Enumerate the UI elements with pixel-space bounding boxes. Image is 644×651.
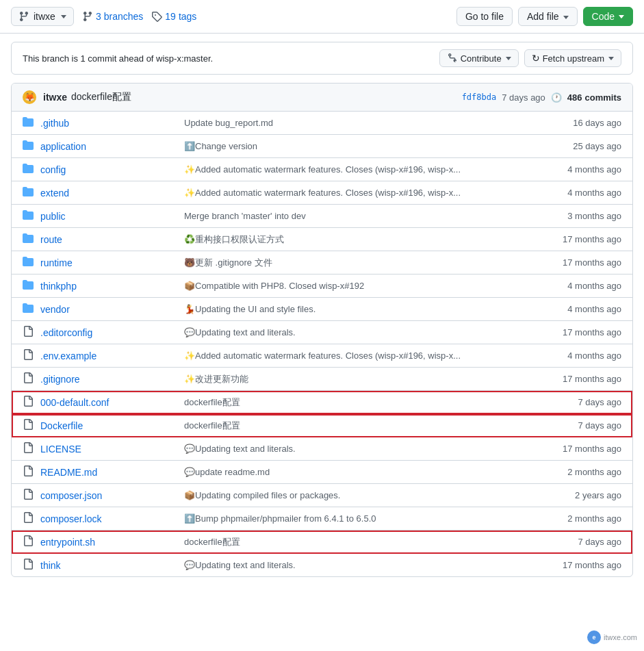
commits-count-link[interactable]: 486 commits	[567, 92, 621, 103]
folder-name[interactable]: thinkphp	[40, 281, 177, 292]
branch-icon	[18, 11, 29, 22]
file-age: 17 months ago	[539, 444, 621, 454]
tags-link[interactable]: 19 tags	[151, 11, 196, 22]
table-row: .editorconfig💬Updating text and literals…	[12, 321, 632, 344]
tags-label: tags	[179, 11, 196, 22]
file-name[interactable]: think	[40, 560, 177, 571]
commits-label: commits	[585, 92, 621, 103]
tag-icon	[151, 11, 162, 22]
commit-age: 7 days ago	[502, 92, 545, 103]
file-age: 7 days ago	[539, 420, 621, 431]
add-file-button[interactable]: Add file	[518, 7, 578, 26]
table-row: vendor💃Updating the UI and style files.4…	[12, 298, 632, 321]
file-commit-message: ⬆️Change version	[184, 141, 532, 151]
file-name[interactable]: .env.example	[40, 350, 177, 361]
file-age: 3 months ago	[539, 211, 621, 221]
file-icon	[23, 535, 34, 548]
file-age: 4 months ago	[539, 304, 621, 314]
table-row: runtime🐻更新 .gitignore 文件17 months ago	[12, 251, 632, 275]
contribute-button[interactable]: Contribute	[439, 49, 519, 67]
branches-label: branches	[104, 11, 144, 22]
fetch-chevron	[608, 57, 614, 60]
file-name[interactable]: composer.json	[40, 490, 177, 501]
file-commit-message: ✨Added automatic watermark features. Clo…	[184, 164, 532, 175]
folder-name[interactable]: runtime	[40, 257, 177, 268]
commit-meta: itwxe dockerfile配置	[43, 91, 455, 103]
file-icon	[23, 349, 34, 362]
file-age: 2 months ago	[539, 513, 621, 524]
table-row: entrypoint.shdockerfile配置7 days ago	[12, 531, 632, 554]
topbar-right: Go to file Add file Code	[456, 7, 633, 26]
table-row: extend✨Added automatic watermark feature…	[12, 181, 632, 205]
folder-name[interactable]: public	[40, 211, 177, 222]
add-file-label: Add file	[527, 11, 559, 22]
file-commit-message: 💬update readme.md	[184, 467, 532, 477]
fetch-upstream-button[interactable]: ↻ Fetch upstream	[524, 49, 621, 67]
file-age: 25 days ago	[539, 141, 621, 151]
file-icon	[23, 396, 34, 409]
fetch-upstream-label: Fetch upstream	[543, 53, 604, 64]
folder-icon	[23, 256, 34, 269]
file-age: 17 months ago	[539, 257, 621, 268]
file-name[interactable]: composer.lock	[40, 513, 177, 524]
file-age: 17 months ago	[539, 560, 621, 570]
file-age: 7 days ago	[539, 397, 621, 407]
file-icon	[23, 442, 34, 455]
table-row: think💬Updating text and literals.17 mont…	[12, 554, 632, 576]
commit-author[interactable]: itwxe	[43, 92, 67, 103]
commit-hash[interactable]: fdf8bda	[462, 92, 497, 102]
code-button[interactable]: Code	[583, 7, 633, 26]
folder-name[interactable]: .github	[40, 118, 177, 129]
table-row: .env.example✨Added automatic watermark f…	[12, 344, 632, 368]
folder-icon	[23, 140, 34, 153]
table-row: Dockerfiledockerfile配置7 days ago	[12, 414, 632, 437]
file-commit-message: dockerfile配置	[184, 536, 532, 548]
table-row: .gitignore✨改进更新功能17 months ago	[12, 368, 632, 391]
file-commit-message: dockerfile配置	[184, 396, 532, 409]
contribute-label: Contribute	[461, 53, 502, 64]
topbar-left: itwxe 3 branches 19 tags	[11, 7, 196, 26]
folder-icon	[23, 116, 34, 129]
file-icon	[23, 489, 34, 502]
folder-icon	[23, 303, 34, 316]
folder-name[interactable]: config	[40, 164, 177, 175]
file-icon	[23, 559, 34, 572]
file-name[interactable]: Dockerfile	[40, 420, 177, 431]
fetch-icon: ↻	[532, 53, 540, 64]
branches-link[interactable]: 3 branches	[82, 11, 143, 22]
file-commit-message: dockerfile配置	[184, 420, 532, 432]
file-age: 16 days ago	[539, 118, 621, 128]
file-age: 4 months ago	[539, 350, 621, 361]
file-icon	[23, 512, 34, 525]
file-name[interactable]: LICENSE	[40, 444, 177, 455]
commits-count: 486	[567, 92, 582, 103]
file-commit-message: 💬Updating text and literals.	[184, 560, 532, 570]
table-row: publicMerge branch 'master' into dev3 mo…	[12, 205, 632, 228]
file-name[interactable]: .gitignore	[40, 374, 177, 385]
file-age: 4 months ago	[539, 281, 621, 291]
branch-selector[interactable]: itwxe	[11, 7, 74, 26]
file-name[interactable]: README.md	[40, 467, 177, 478]
folder-icon	[23, 209, 34, 222]
table-row: config✨Added automatic watermark feature…	[12, 158, 632, 181]
folder-name[interactable]: application	[40, 141, 177, 152]
file-icon	[23, 372, 34, 385]
folder-name[interactable]: vendor	[40, 304, 177, 315]
file-commit-message: ✨Added automatic watermark features. Clo…	[184, 188, 532, 198]
file-rows-container: .githubUpdate bug_report.md16 days agoap…	[12, 112, 632, 576]
file-commit-message: 💬Updating text and literals.	[184, 444, 532, 454]
file-name[interactable]: entrypoint.sh	[40, 537, 177, 548]
folder-name[interactable]: extend	[40, 188, 177, 199]
file-name[interactable]: 000-default.conf	[40, 397, 177, 408]
folder-name[interactable]: route	[40, 234, 177, 245]
file-commit-message: 🐻更新 .gitignore 文件	[184, 257, 532, 269]
file-age: 17 months ago	[539, 374, 621, 384]
file-age: 2 years ago	[539, 490, 621, 500]
repository-topbar: itwxe 3 branches 19 tags Go to file Add …	[0, 0, 644, 34]
file-age: 17 months ago	[539, 327, 621, 337]
folder-icon	[23, 233, 34, 246]
go-to-file-button[interactable]: Go to file	[456, 7, 513, 26]
table-row: .githubUpdate bug_report.md16 days ago	[12, 112, 632, 135]
file-age: 7 days ago	[539, 537, 621, 547]
file-name[interactable]: .editorconfig	[40, 327, 177, 338]
